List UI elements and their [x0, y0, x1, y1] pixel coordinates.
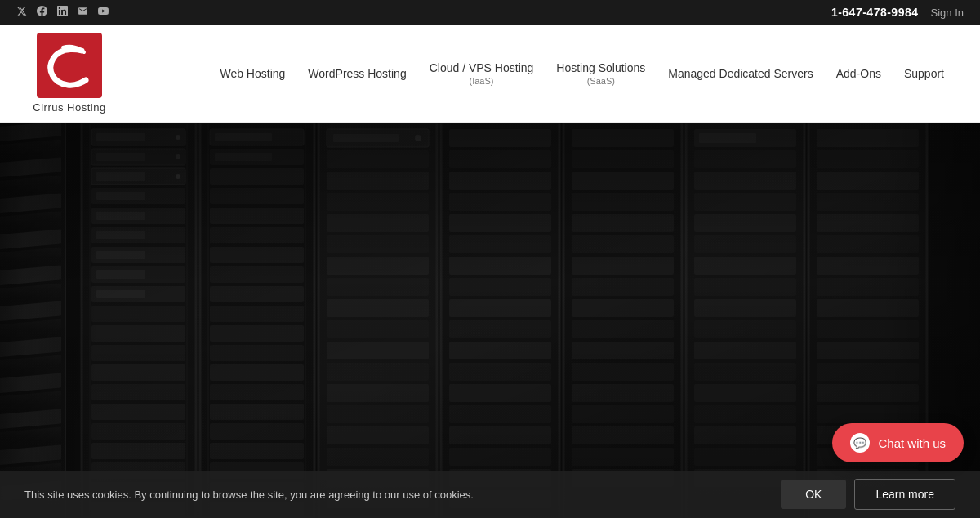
top-bar: 1-647-478-9984 Sign In — [0, 0, 980, 25]
chat-icon — [850, 433, 870, 453]
main-nav: Web Hosting WordPress Hosting Cloud / VP… — [139, 61, 956, 86]
cookie-actions: OK Learn more — [781, 479, 956, 510]
twitter-icon[interactable] — [16, 6, 27, 19]
header: Cirrus Hosting Web Hosting WordPress Hos… — [0, 25, 980, 123]
youtube-icon[interactable] — [98, 6, 109, 19]
cookie-bar: This site uses cookies. By continuing to… — [0, 471, 980, 518]
chat-with-us-button[interactable]: Chat with us — [832, 423, 964, 462]
hero-section — [0, 123, 980, 518]
phone-number: 1-647-478-9984 — [831, 6, 919, 19]
nav-wordpress-hosting[interactable]: WordPress Hosting — [296, 67, 417, 80]
hero-overlay — [0, 123, 980, 518]
linkedin-icon[interactable] — [57, 6, 68, 19]
nav-add-ons[interactable]: Add-Ons — [825, 67, 893, 80]
nav-support[interactable]: Support — [893, 67, 956, 80]
top-bar-right: 1-647-478-9984 Sign In — [831, 6, 964, 19]
facebook-icon[interactable] — [37, 6, 47, 19]
nav-hosting-solutions[interactable]: Hosting Solutions (SaaS) — [545, 61, 657, 86]
nav-web-hosting[interactable]: Web Hosting — [208, 67, 296, 80]
chat-label: Chat with us — [878, 436, 946, 450]
social-icons — [16, 6, 109, 19]
cookie-text: This site uses cookies. By continuing to… — [24, 489, 756, 501]
logo[interactable]: Cirrus Hosting — [24, 33, 114, 114]
email-icon[interactable] — [78, 6, 88, 19]
sign-in-link[interactable]: Sign In — [931, 7, 964, 19]
logo-icon — [37, 33, 102, 98]
ok-button[interactable]: OK — [781, 480, 846, 509]
nav-cloud-vps-hosting[interactable]: Cloud / VPS Hosting (IaaS) — [418, 61, 546, 86]
logo-text: Cirrus Hosting — [33, 101, 105, 114]
nav-managed-dedicated-servers[interactable]: Managed Dedicated Servers — [657, 67, 824, 80]
learn-more-button[interactable]: Learn more — [854, 479, 956, 510]
